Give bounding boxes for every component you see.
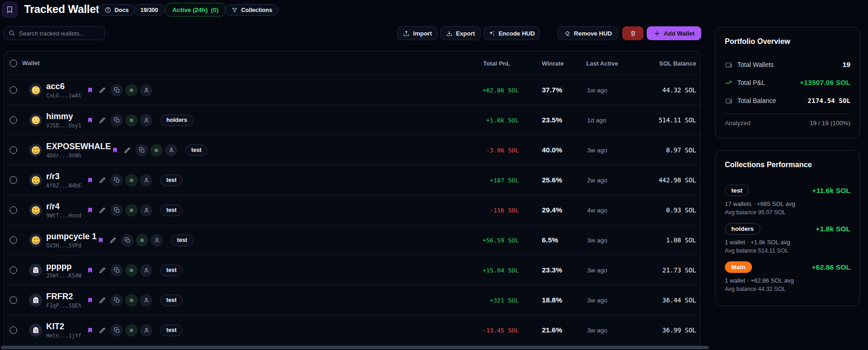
search-input[interactable] [4,26,105,40]
bookmark-icon[interactable] [87,176,93,184]
row-actions: test [87,204,182,217]
add-wallet-button[interactable]: Add Wallet [647,26,701,40]
sol-balance-value: 8.97 SOL [666,146,696,154]
grin-face-icon [31,206,40,215]
bookmark-icon[interactable] [97,236,104,244]
profile-button[interactable] [140,294,152,307]
edit-pencil-icon[interactable] [123,146,131,154]
table-row[interactable]: KIT2 Hetn...1jYf test -13.45 SOL 21.6% 3… [4,315,700,345]
row-checkbox[interactable] [10,146,17,154]
table-row[interactable]: r/r3 Af8Z...N4bE test +187 SOL 25.6% 2w … [4,165,700,195]
row-checkbox[interactable] [10,326,17,334]
collection-pill[interactable]: Main [725,261,752,273]
table-row[interactable]: himmy VJSD...Usy1 holders +1.8k SOL 23.5… [4,105,700,135]
edit-pencil-icon[interactable] [98,176,106,184]
copy-address-button[interactable] [135,144,148,157]
details-list-button[interactable] [125,324,138,337]
collection-pill[interactable]: test [725,185,749,196]
details-list-button[interactable] [125,174,138,187]
copy-address-button[interactable] [121,234,134,247]
details-list-button[interactable] [150,144,163,157]
collections-button[interactable]: Collections [225,4,279,16]
profile-button[interactable] [140,324,152,337]
wallet-address: Hetn...1jYf [46,332,86,339]
bookmark-icon[interactable] [87,86,93,94]
collection-badge[interactable]: test [160,175,182,186]
profile-button[interactable] [165,144,177,157]
collections-performance-panel: Collections Performance test +11.6k SOL … [715,150,860,306]
row-checkbox[interactable] [10,296,17,304]
details-list-button[interactable] [125,114,138,127]
edit-pencil-icon[interactable] [98,266,106,274]
table-row[interactable]: pumpcycle 1 GV3H...5VPd test +56.59 SOL … [4,225,700,255]
download-icon [446,30,453,37]
row-checkbox[interactable] [10,86,17,94]
collection-badge[interactable]: test [171,235,193,246]
sol-balance-value: 514.11 SOL [659,116,696,124]
portfolio-overview-panel: Portfolio Overview Total Wallets 19 Tota… [715,27,860,139]
delete-button[interactable] [622,26,643,40]
active-filter-button[interactable]: Active (24h) (0) [165,3,225,17]
edit-pencil-icon[interactable] [98,86,106,94]
edit-pencil-icon[interactable] [98,296,106,304]
bookmark-icon[interactable] [87,296,93,304]
docs-button[interactable]: Docs [98,4,135,16]
details-list-button[interactable] [125,294,138,307]
table-row[interactable]: FRFR2 FJqP...5QEh test +321 SOL 18.8% 3w… [4,285,700,315]
table-row[interactable]: r/r4 9WtT...Hund test -116 SOL 29.4% 4w … [4,195,700,225]
row-checkbox[interactable] [10,236,17,244]
profile-button[interactable] [140,204,152,217]
copy-address-button[interactable] [110,324,123,337]
copy-address-button[interactable] [110,264,123,277]
export-button[interactable]: Export [440,26,480,40]
app-logo-button[interactable] [2,2,18,18]
table-row[interactable]: acc6 CnLG...iwAt +62.86 SOL 37.7% 1w ago [4,75,700,105]
profile-button[interactable] [140,174,152,187]
row-checkbox[interactable] [10,206,17,214]
wallet-avatar [29,174,42,187]
details-list-button[interactable] [125,264,138,277]
wallet-name: r/r4 [46,202,86,211]
copy-address-button[interactable] [110,174,123,187]
bookmark-icon[interactable] [87,116,93,124]
profile-button[interactable] [140,114,152,127]
collection-badge[interactable]: test [185,145,207,156]
copy-address-button[interactable] [110,84,123,97]
collection-badge[interactable]: test [160,265,182,276]
table-row[interactable]: ppppp J5mY...K54W test +15.04 SOL 23.3% … [4,255,700,285]
copy-address-button[interactable] [110,114,123,127]
collection-badge[interactable]: test [160,205,182,216]
table-row[interactable]: EXPOSEWHALE 4Ddr...9nNh test -3.86 SOL 4… [4,135,700,165]
row-checkbox[interactable] [10,116,17,124]
menu-lines-icon [128,327,134,333]
details-list-button[interactable] [136,234,148,247]
encode-hud-button[interactable]: Encode HUD [484,26,540,40]
remove-hud-button[interactable]: Remove HUD [558,26,618,40]
copy-address-button[interactable] [110,294,123,307]
profile-button[interactable] [151,234,163,247]
collection-badge[interactable]: test [160,295,182,306]
profile-button[interactable] [140,264,152,277]
bookmark-icon[interactable] [112,146,118,154]
bookmark-icon[interactable] [87,266,93,274]
collection-badge[interactable]: test [160,325,182,336]
wallet-avatar [29,114,42,127]
edit-pencil-icon[interactable] [98,116,106,124]
import-button[interactable]: Import [397,26,437,40]
collection-pill[interactable]: holders [725,223,760,235]
details-list-button[interactable] [125,204,138,217]
select-all-checkbox[interactable] [10,60,17,67]
row-checkbox[interactable] [10,266,17,274]
profile-button[interactable] [140,84,152,97]
details-list-button[interactable] [125,84,138,97]
edit-pencil-icon[interactable] [98,206,106,214]
help-circle-icon [104,6,111,13]
collection-badge[interactable]: holders [160,115,193,126]
row-checkbox[interactable] [10,176,17,184]
horizontal-scrollbar-thumb[interactable] [1,346,709,349]
edit-pencil-icon[interactable] [98,326,106,334]
bookmark-icon[interactable] [87,206,93,214]
edit-pencil-icon[interactable] [109,236,117,244]
bookmark-icon[interactable] [87,326,93,334]
copy-address-button[interactable] [110,204,123,217]
